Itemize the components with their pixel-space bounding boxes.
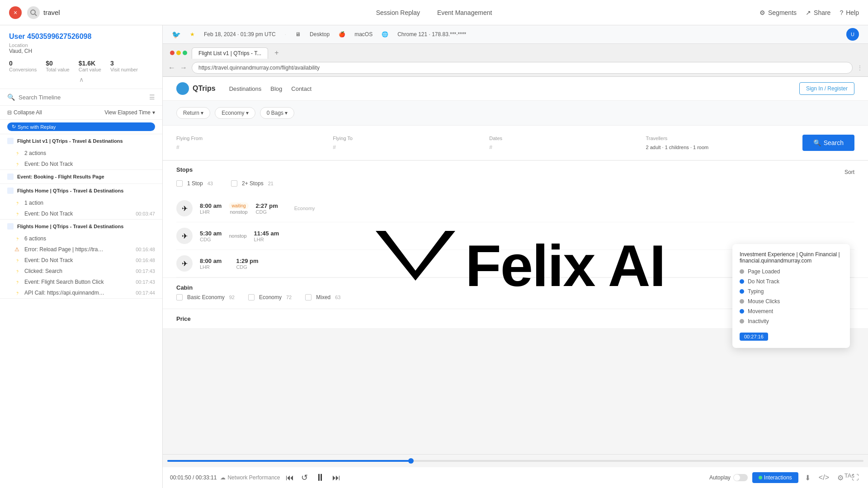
flying-to-label: Flying To bbox=[333, 136, 484, 141]
svg-point-0 bbox=[31, 10, 35, 14]
autoplay-toggle[interactable]: Autoplay bbox=[709, 474, 748, 481]
return-filter[interactable]: Return ▾ bbox=[176, 107, 210, 119]
user-avatar: U bbox=[846, 28, 859, 41]
event-management-nav[interactable]: Event Management bbox=[435, 6, 494, 19]
collapse-all-button[interactable]: ⊟ Collapse All bbox=[7, 109, 42, 116]
os-value: macOS bbox=[354, 31, 373, 38]
event-time: 00:17:44 bbox=[136, 290, 155, 296]
player-track[interactable] bbox=[167, 460, 863, 462]
browser-chrome: Flight List v1 | QTrips - T... + ← → htt… bbox=[163, 44, 868, 77]
page-icon bbox=[7, 223, 14, 230]
url-bar[interactable]: https://travel.quinnandmurray.com/flight… bbox=[192, 62, 853, 74]
flight-depart: 8:00 am LHR bbox=[200, 258, 222, 270]
lightning-icon: ⚡ bbox=[14, 290, 21, 296]
list-item[interactable]: ⚠ Error: Reload Page | https://travel.qu… bbox=[0, 244, 162, 255]
session-replay-nav[interactable]: Session Replay bbox=[374, 6, 422, 19]
skip-back-button[interactable]: ⏮ bbox=[284, 472, 296, 483]
tab-title: Flight List v1 | QTrips - T... bbox=[198, 50, 261, 56]
share-button[interactable]: ↗ Share bbox=[806, 9, 830, 16]
list-item[interactable]: ⚡ Event: Flight Search Button Click 00:1… bbox=[0, 277, 162, 287]
list-item: 1 Stop 43 bbox=[176, 180, 213, 187]
timeline-group-4: Flights Home | QTrips - Travel & Destina… bbox=[0, 220, 162, 299]
item-label: Inactivity bbox=[748, 318, 769, 324]
forward-button[interactable]: → bbox=[180, 64, 187, 72]
list-item[interactable]: ⚡ API Call: https://api.quinnandmurray.c… bbox=[0, 287, 162, 298]
player-timeline[interactable] bbox=[163, 455, 868, 467]
group-title: Flights Home | QTrips - Travel & Destina… bbox=[17, 188, 151, 193]
sync-icon: ↻ bbox=[12, 124, 16, 130]
travellers-field: Travellers 2 adult · 1 childrens · 1 roo… bbox=[646, 136, 797, 151]
list-item: Do Not Track bbox=[740, 278, 843, 285]
autoplay-switch[interactable] bbox=[733, 474, 748, 481]
price-title: Price bbox=[176, 315, 191, 322]
list-item: ⚡ 2 actions bbox=[0, 148, 162, 159]
list-item[interactable]: ⚡ Clicked: Search 00:17:43 bbox=[0, 266, 162, 277]
view-elapsed-button[interactable]: View Elapsed Time ▾ bbox=[104, 109, 155, 116]
bags-filter[interactable]: 0 Bags ▾ bbox=[260, 107, 295, 119]
skip-forward-button[interactable]: ⏭ bbox=[330, 472, 342, 483]
blog-link[interactable]: Blog bbox=[270, 85, 282, 92]
settings-button[interactable]: ⚙ bbox=[835, 472, 845, 484]
list-item[interactable]: ⚡ Event: Do Not Track 00:03:47 bbox=[0, 208, 162, 219]
main-layout: User 4503599627526098 Location Vaud, CH … bbox=[0, 25, 868, 488]
browser-tab[interactable]: Flight List v1 | QTrips - T... bbox=[192, 47, 268, 59]
timeline-group-header-4[interactable]: Flights Home | QTrips - Travel & Destina… bbox=[0, 220, 162, 233]
help-button[interactable]: ? Help bbox=[840, 9, 859, 16]
autoplay-label: Autoplay bbox=[709, 474, 731, 481]
pause-button[interactable]: ⏸ bbox=[313, 471, 327, 484]
search-timeline-input[interactable] bbox=[19, 94, 146, 101]
player-thumb[interactable] bbox=[408, 458, 414, 464]
status-dot bbox=[740, 309, 744, 314]
replay-button[interactable]: ↺ bbox=[299, 472, 310, 483]
segments-button[interactable]: ⚙ Segments bbox=[760, 9, 797, 16]
sign-in-button[interactable]: Sign In / Register bbox=[799, 82, 854, 95]
stop-2-checkbox[interactable] bbox=[231, 180, 237, 187]
page-icon bbox=[7, 188, 14, 194]
contact-link[interactable]: Contact bbox=[291, 85, 311, 92]
cabin-1-checkbox[interactable] bbox=[176, 294, 183, 300]
list-item: Mixed 63 bbox=[305, 294, 340, 300]
code-button[interactable]: </> bbox=[817, 472, 831, 483]
help-icon: ? bbox=[840, 9, 843, 16]
stop-1-checkbox[interactable] bbox=[176, 180, 183, 187]
info-card: Investment Experience | Quinn Financial … bbox=[732, 244, 850, 348]
list-item: Typing bbox=[740, 288, 843, 295]
cabin-3-checkbox[interactable] bbox=[305, 294, 311, 300]
destinations-link[interactable]: Destinations bbox=[229, 85, 262, 92]
event-time: 00:16:48 bbox=[136, 247, 155, 252]
browser-value: Chrome 121 · 178.83.***·**** bbox=[397, 31, 466, 38]
player-progress bbox=[167, 460, 411, 462]
user-header: User 4503599627526098 Location Vaud, CH … bbox=[0, 25, 162, 89]
airline-logo: ✈ bbox=[176, 255, 193, 272]
economy-filter[interactable]: Economy ▾ bbox=[215, 107, 255, 119]
status-dot bbox=[740, 289, 744, 294]
interactions-button[interactable]: Interactions bbox=[752, 472, 798, 483]
filter-icon[interactable]: ☰ bbox=[149, 94, 155, 101]
location-label: Location bbox=[9, 42, 153, 48]
browser-addressbar: ← → https://travel.quinnandmurray.com/fl… bbox=[163, 59, 868, 76]
timeline-group-header-1[interactable]: Flight List v1 | QTrips - Travel & Desti… bbox=[0, 134, 162, 148]
status-dot bbox=[740, 319, 744, 324]
airline-logo: ✈ bbox=[176, 200, 193, 216]
flight-duration: nonstop bbox=[229, 233, 246, 239]
search-flight-button[interactable]: 🔍 Search bbox=[802, 135, 854, 151]
timeline-group-header-2[interactable]: Event: Booking - Flight Results Page bbox=[0, 170, 162, 183]
cabin-2-checkbox[interactable] bbox=[248, 294, 255, 300]
travellers-value: 2 adult · 1 childrens · 1 room bbox=[646, 145, 708, 150]
back-button[interactable]: ← bbox=[168, 64, 175, 72]
sort-button[interactable]: Sort bbox=[844, 169, 854, 175]
flight-duration: waiting nonstop bbox=[229, 202, 248, 215]
flight-arrive: 2:27 pm CDG bbox=[256, 202, 278, 215]
lightning-icon: ⚡ bbox=[14, 161, 21, 167]
list-item[interactable]: ⚡ Event: Do Not Track bbox=[0, 159, 162, 169]
timeline-group-header-3[interactable]: Flights Home | QTrips - Travel & Destina… bbox=[0, 184, 162, 197]
sync-button[interactable]: ↻ Sync with Replay bbox=[7, 122, 155, 131]
list-item[interactable]: ⚡ Event: Do Not Track 00:16:48 bbox=[0, 255, 162, 266]
status-dot bbox=[740, 299, 744, 304]
new-tab-button[interactable]: + bbox=[270, 47, 283, 59]
chevron-up-icon[interactable]: ∧ bbox=[9, 76, 153, 83]
download-button[interactable]: ⬇ bbox=[803, 472, 812, 484]
airline-logo: ✈ bbox=[176, 228, 193, 244]
timeline-group-3: Flights Home | QTrips - Travel & Destina… bbox=[0, 184, 162, 220]
close-button[interactable]: × bbox=[9, 6, 22, 19]
